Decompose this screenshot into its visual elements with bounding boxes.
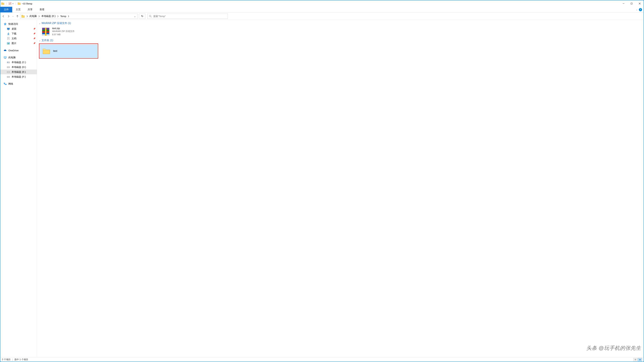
svg-rect-15 — [8, 30, 9, 30]
details-view-button[interactable] — [633, 358, 638, 361]
group-header-zip[interactable]: ⌄ WinRAR ZIP 压缩文件 (1) — [39, 21, 644, 26]
status-bar: 2 个项目 | 选中 1 个项目 — [0, 357, 644, 362]
sidebar-quick-access[interactable]: 快速访问 — [0, 21, 37, 26]
cloud-icon — [4, 49, 7, 52]
folder-icon — [42, 46, 51, 55]
breadcrumb-item[interactable]: 本地磁盘 (E:) — [40, 15, 56, 18]
svg-rect-25 — [5, 58, 6, 59]
chevron-right-icon[interactable]: ❯ — [38, 15, 40, 17]
ribbon-expand-icon[interactable]: ⌄ — [636, 8, 638, 11]
svg-rect-6 — [631, 3, 632, 4]
star-icon — [4, 22, 7, 25]
drive-icon — [7, 70, 10, 73]
sidebar-item-label: 文档 — [12, 37, 16, 40]
titlebar: | ▾ | ▾ E:\Temp — [0, 0, 644, 7]
sidebar-item-label: 图片 — [12, 42, 16, 45]
search-box[interactable] — [147, 14, 228, 19]
drive-icon — [7, 61, 10, 64]
sidebar-item-documents[interactable]: 文档 📌 — [0, 36, 37, 41]
svg-rect-10 — [22, 15, 23, 16]
minimize-button[interactable] — [620, 0, 628, 7]
svg-rect-30 — [7, 76, 10, 77]
body: 快速访问 桌面 📌 下载 📌 文档 📌 图片 📌 OneDrive — [0, 20, 644, 357]
view-buttons — [633, 358, 642, 361]
properties-icon[interactable] — [9, 2, 11, 5]
sidebar-item-label: OneDrive — [8, 49, 18, 52]
address-bar[interactable]: ❯ 此电脑 ❯ 本地磁盘 (E:) ❯ Temp ❯ ⌄ — [20, 14, 138, 19]
sidebar-onedrive[interactable]: OneDrive — [0, 48, 37, 53]
separator: | — [15, 2, 16, 5]
chevron-right-icon[interactable]: ❯ — [67, 15, 70, 17]
sidebar-item-label: 本地磁盘 (D:) — [12, 66, 26, 69]
svg-rect-43 — [639, 359, 640, 360]
help-icon[interactable]: ? — [639, 8, 642, 11]
sidebar-item-downloads[interactable]: 下载 📌 — [0, 31, 37, 36]
sidebar-item-label: 本地磁盘 (C:) — [12, 61, 26, 64]
maximize-button[interactable] — [628, 0, 636, 7]
sidebar-drive-e[interactable]: 本地磁盘 (E:) — [0, 69, 37, 74]
sidebar-item-pictures[interactable]: 图片 📌 — [0, 41, 37, 46]
address-row: ⌄ ❯ 此电脑 ❯ 本地磁盘 (E:) ❯ Temp ❯ ⌄ ↻ — [0, 12, 644, 20]
svg-rect-45 — [639, 360, 640, 361]
tab-file[interactable]: 文件 — [0, 7, 12, 12]
group-title: WinRAR ZIP 压缩文件 (1) — [42, 21, 71, 25]
history-dropdown-icon[interactable]: ⌄ — [12, 15, 14, 17]
svg-rect-27 — [7, 62, 8, 62]
group-header-folder[interactable]: ⌄ 文件夹 (1) — [39, 38, 644, 43]
tab-home[interactable]: 主页 — [12, 7, 24, 12]
back-button[interactable] — [2, 15, 5, 18]
search-input[interactable] — [153, 15, 226, 17]
file-name: text.zip — [52, 27, 74, 29]
pin-icon: 📌 — [33, 42, 36, 44]
svg-rect-28 — [7, 67, 10, 68]
archive-icon — [41, 27, 50, 36]
tab-view[interactable]: 查看 — [36, 7, 48, 12]
search-icon — [149, 15, 152, 17]
sidebar-item-label: 本地磁盘 (E:) — [12, 70, 26, 73]
status-count: 2 个项目 — [2, 358, 11, 361]
close-button[interactable] — [636, 0, 644, 7]
sidebar-item-label: 网络 — [8, 82, 13, 85]
pin-icon: 📌 — [33, 32, 36, 35]
breadcrumb-item[interactable]: Temp — [59, 15, 67, 17]
breadcrumb-item[interactable]: 此电脑 — [28, 15, 38, 18]
qat-dropdown-icon[interactable]: ▾ — [12, 3, 13, 4]
sidebar-item-label: 快速访问 — [8, 22, 18, 25]
chevron-right-icon[interactable]: ❯ — [56, 15, 59, 17]
address-dropdown-icon[interactable]: ⌄ — [132, 15, 138, 17]
svg-rect-1 — [2, 2, 2, 3]
pc-icon — [4, 56, 7, 59]
drive-icon — [7, 75, 10, 78]
separator: | — [12, 358, 13, 361]
sidebar-drive-d[interactable]: 本地磁盘 (D:) — [0, 65, 37, 69]
content-pane: ⌄ WinRAR ZIP 压缩文件 (1) text.zip WinRAR ZI… — [37, 20, 644, 357]
folder-item[interactable]: text — [40, 44, 97, 57]
up-button[interactable] — [16, 15, 19, 18]
file-item-zip[interactable]: text.zip WinRAR ZIP 压缩文件 8.97 MB — [40, 26, 98, 37]
pin-icon: 📌 — [33, 37, 36, 39]
sidebar-this-pc[interactable]: 此电脑 — [0, 55, 37, 60]
chevron-right-icon[interactable]: ❯ — [26, 15, 28, 17]
pictures-icon — [7, 42, 10, 45]
file-type: WinRAR ZIP 压缩文件 — [52, 30, 74, 33]
drive-icon — [7, 65, 10, 69]
svg-rect-17 — [8, 37, 9, 40]
tab-share[interactable]: 共享 — [24, 7, 36, 12]
large-icons-view-button[interactable] — [638, 358, 642, 361]
quick-access-toolbar: | ▾ | ▾ — [1, 2, 23, 5]
title-dropdown-icon[interactable]: ▾ — [22, 3, 23, 4]
forward-button[interactable] — [7, 15, 10, 18]
folder-name: text — [53, 49, 57, 52]
sidebar-item-desktop[interactable]: 桌面 📌 — [0, 26, 37, 31]
svg-rect-31 — [4, 83, 5, 84]
sidebar-drive-c[interactable]: 本地磁盘 (C:) — [0, 60, 37, 65]
sidebar-drive-f[interactable]: 本地磁盘 (F:) — [0, 74, 37, 79]
sidebar-item-label: 本地磁盘 (F:) — [12, 75, 26, 78]
refresh-button[interactable]: ↻ — [139, 14, 146, 19]
pin-icon: 📌 — [33, 28, 36, 30]
chevron-down-icon: ⌄ — [39, 39, 40, 42]
folder-icon — [18, 2, 20, 5]
file-size: 8.97 MB — [52, 33, 74, 36]
sidebar-network[interactable]: 网络 — [0, 81, 37, 86]
watermark-text: 头条 @玩手机的张先生 — [586, 345, 641, 352]
